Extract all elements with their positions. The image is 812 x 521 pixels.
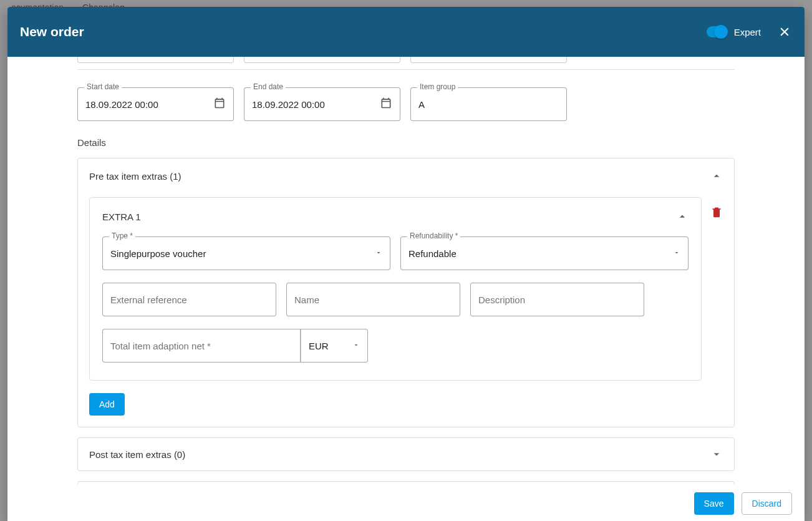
modal-body[interactable]: Start date 18.09.2022 00:00 End date 18.… bbox=[7, 57, 805, 486]
dropdown-icon bbox=[375, 248, 382, 259]
name-input[interactable] bbox=[286, 283, 460, 316]
new-order-modal: New order Expert Start date 18.09.2022 0… bbox=[7, 7, 805, 521]
modal-title: New order bbox=[20, 24, 707, 39]
start-date-field[interactable]: Start date 18.09.2022 00:00 bbox=[77, 87, 234, 121]
description-input[interactable] bbox=[470, 283, 644, 316]
dropdown-icon bbox=[673, 248, 680, 259]
save-button[interactable]: Save bbox=[694, 492, 734, 515]
details-section-label: Details bbox=[77, 137, 735, 148]
item-group-value: A bbox=[418, 99, 559, 110]
extra-card-header[interactable]: EXTRA 1 bbox=[102, 210, 689, 223]
modal-footer: Save Discard bbox=[7, 486, 805, 521]
total-net-field[interactable] bbox=[110, 341, 292, 351]
extra-row: EXTRA 1 Type * Singlepurpose voucher bbox=[89, 197, 723, 381]
calendar-icon[interactable] bbox=[213, 97, 226, 112]
previous-row-edge bbox=[77, 57, 735, 70]
item-group-label: Item group bbox=[417, 82, 458, 91]
external-reference-input[interactable] bbox=[102, 283, 276, 316]
total-net-input[interactable] bbox=[102, 329, 301, 363]
refundability-value: Refundable bbox=[408, 248, 673, 259]
delete-extra-button[interactable] bbox=[710, 197, 723, 221]
close-icon bbox=[778, 26, 791, 38]
currency-select[interactable]: EUR bbox=[301, 329, 368, 363]
close-button[interactable] bbox=[777, 24, 792, 39]
start-date-value: 18.09.2022 00:00 bbox=[85, 99, 213, 110]
start-date-label: Start date bbox=[84, 82, 122, 91]
external-reference-field[interactable] bbox=[110, 295, 268, 305]
chevron-up-icon bbox=[710, 170, 723, 182]
total-net-wrap: EUR bbox=[102, 329, 368, 363]
modal-header: New order Expert bbox=[7, 7, 805, 57]
end-date-label: End date bbox=[251, 82, 286, 91]
trash-icon bbox=[710, 206, 723, 218]
extra-card: EXTRA 1 Type * Singlepurpose voucher bbox=[89, 197, 702, 381]
date-row: Start date 18.09.2022 00:00 End date 18.… bbox=[77, 87, 735, 121]
end-date-field[interactable]: End date 18.09.2022 00:00 bbox=[244, 87, 400, 121]
posttax-panel[interactable]: Post tax item extras (0) bbox=[77, 437, 735, 471]
discard-button[interactable]: Discard bbox=[742, 492, 792, 515]
refundability-label: Refundability * bbox=[407, 231, 460, 240]
name-field[interactable] bbox=[294, 295, 452, 305]
type-select[interactable]: Type * Singlepurpose voucher bbox=[102, 236, 390, 270]
description-field[interactable] bbox=[478, 295, 636, 305]
next-panel-edge bbox=[77, 481, 735, 485]
dropdown-icon bbox=[352, 340, 360, 351]
end-date-value: 18.09.2022 00:00 bbox=[252, 99, 380, 110]
add-extra-button[interactable]: Add bbox=[89, 393, 125, 416]
chevron-down-icon bbox=[710, 448, 723, 460]
expert-toggle-wrap: Expert bbox=[707, 26, 761, 37]
calendar-icon[interactable] bbox=[380, 97, 392, 112]
expert-toggle[interactable] bbox=[707, 26, 728, 37]
currency-value: EUR bbox=[309, 341, 352, 351]
pretax-panel-header[interactable]: Pre tax item extras (1) bbox=[89, 170, 723, 182]
posttax-title: Post tax item extras (0) bbox=[89, 449, 185, 460]
refundability-select[interactable]: Refundability * Refundable bbox=[400, 236, 689, 270]
expert-toggle-label: Expert bbox=[734, 27, 761, 37]
type-value: Singlepurpose voucher bbox=[110, 248, 375, 259]
chevron-up-icon bbox=[676, 210, 689, 223]
extra-title: EXTRA 1 bbox=[102, 212, 141, 222]
item-group-field[interactable]: Item group A bbox=[410, 87, 567, 121]
pretax-title: Pre tax item extras (1) bbox=[89, 171, 181, 182]
pretax-panel: Pre tax item extras (1) EXTRA 1 bbox=[77, 158, 735, 427]
type-label: Type * bbox=[109, 231, 135, 240]
